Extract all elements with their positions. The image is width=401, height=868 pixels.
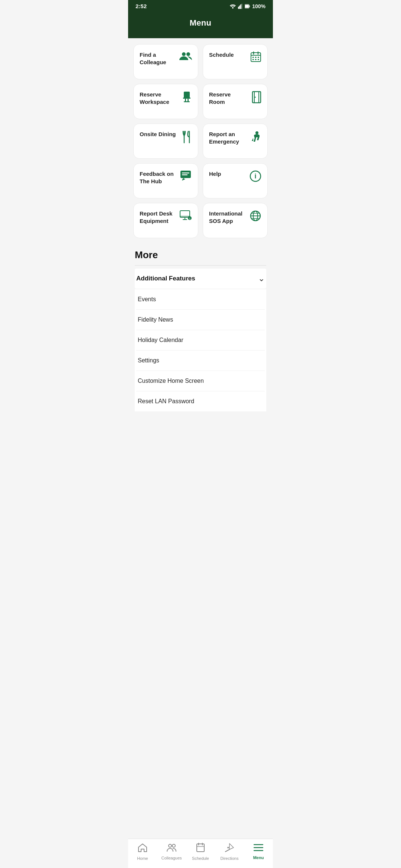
status-bar: 2:52 100% (128, 0, 273, 12)
status-time: 2:52 (136, 3, 147, 9)
onsite-dining-label: Onsite Dining (140, 131, 182, 138)
svg-rect-6 (250, 5, 250, 7)
more-divider (135, 265, 266, 266)
help-card[interactable]: Help i (203, 163, 268, 198)
svg-line-55 (225, 849, 229, 852)
svg-point-48 (169, 844, 172, 847)
status-icons: 100% (230, 3, 265, 9)
menu-grid-3: Onsite Dining Report anEmergency (133, 124, 268, 159)
nav-menu[interactable]: Menu (244, 844, 273, 860)
svg-rect-33 (182, 172, 189, 174)
chevron-down-icon: ⌄ (258, 274, 265, 283)
nav-directions[interactable]: Directions (215, 843, 244, 861)
svg-point-9 (186, 52, 190, 56)
find-colleague-label: Find aColleague (140, 51, 179, 66)
svg-rect-21 (183, 98, 190, 99)
svg-marker-54 (228, 844, 234, 849)
nav-colleagues[interactable]: Colleagues (157, 843, 186, 860)
additional-features-header[interactable]: Additional Features ⌄ (135, 269, 266, 289)
svg-rect-1 (238, 7, 239, 9)
international-sos-card[interactable]: InternationalSOS App (203, 203, 268, 238)
colleagues-nav-label: Colleagues (161, 856, 182, 860)
svg-rect-20 (184, 92, 190, 98)
more-label: More (135, 246, 266, 265)
svg-point-27 (255, 97, 256, 98)
report-desk-card[interactable]: Report DeskEquipment ! (133, 203, 198, 238)
help-label: Help (209, 170, 250, 178)
international-sos-label: InternationalSOS App (209, 210, 250, 224)
directions-nav-icon (225, 843, 234, 855)
holiday-calendar-item[interactable]: Holiday Calendar (136, 330, 265, 351)
fidelity-news-item[interactable]: Fidelity News (136, 310, 265, 330)
svg-point-0 (232, 7, 234, 9)
schedule-nav-icon (196, 843, 205, 855)
svg-point-31 (255, 131, 258, 134)
svg-rect-14 (252, 57, 254, 58)
schedule-label: Schedule (209, 51, 250, 59)
feedback-hub-label: Feedback onThe Hub (140, 170, 180, 185)
menu-nav-label: Menu (253, 855, 264, 860)
settings-item[interactable]: Settings (136, 351, 265, 371)
workspace-icon (182, 91, 192, 103)
svg-rect-7 (245, 5, 249, 8)
svg-rect-18 (255, 59, 257, 60)
battery-percent: 100% (252, 3, 265, 9)
schedule-icon (250, 51, 261, 62)
report-desk-label: Report DeskEquipment (140, 210, 179, 224)
page-title: Menu (136, 18, 265, 28)
svg-point-8 (182, 52, 186, 56)
svg-rect-34 (182, 174, 188, 175)
menu-grid-4: Feedback onThe Hub Help i (133, 163, 268, 198)
menu-nav-icon (254, 844, 263, 854)
reserve-room-label: ReserveRoom (209, 91, 252, 105)
menu-content: Find aColleague Schedule (128, 38, 273, 450)
home-nav-label: Home (137, 856, 148, 861)
emergency-icon (250, 131, 261, 143)
more-section: More Additional Features ⌄ Events Fideli… (133, 243, 268, 413)
svg-rect-50 (197, 844, 204, 852)
svg-rect-16 (258, 57, 259, 58)
additional-features-list: Events Fidelity News Holiday Calendar Se… (135, 289, 266, 411)
home-icon (138, 843, 147, 855)
reserve-workspace-label: ReserveWorkspace (140, 91, 182, 105)
svg-rect-3 (240, 4, 241, 9)
nav-schedule[interactable]: Schedule (186, 843, 215, 861)
globe-icon (250, 210, 261, 222)
svg-rect-19 (258, 59, 259, 60)
svg-rect-25 (252, 92, 261, 103)
feedback-hub-card[interactable]: Feedback onThe Hub (133, 163, 198, 198)
svg-rect-24 (184, 101, 190, 102)
colleagues-icon (179, 51, 192, 61)
directions-nav-label: Directions (221, 856, 239, 861)
events-item[interactable]: Events (136, 289, 265, 310)
dining-icon (182, 131, 192, 143)
nav-home[interactable]: Home (128, 843, 157, 861)
svg-rect-4 (241, 4, 242, 9)
svg-rect-2 (239, 6, 240, 9)
svg-rect-17 (252, 59, 254, 60)
reserve-workspace-card[interactable]: ReserveWorkspace (133, 84, 198, 119)
reset-lan-item[interactable]: Reset LAN Password (136, 391, 265, 411)
svg-rect-15 (255, 57, 257, 58)
feedback-icon (180, 170, 192, 181)
bottom-nav: Home Colleagues Schedule (128, 839, 273, 868)
help-icon: i (250, 170, 261, 182)
customize-home-item[interactable]: Customize Home Screen (136, 371, 265, 391)
find-colleague-card[interactable]: Find aColleague (133, 44, 198, 79)
svg-text:i: i (254, 172, 256, 180)
schedule-card[interactable]: Schedule (203, 44, 268, 79)
desk-icon: ! (179, 210, 192, 221)
colleagues-nav-icon (167, 843, 176, 854)
svg-point-49 (172, 844, 175, 847)
reserve-room-card[interactable]: ReserveRoom (203, 84, 268, 119)
additional-features-label: Additional Features (136, 275, 195, 282)
onsite-dining-card[interactable]: Onsite Dining (133, 124, 198, 159)
menu-grid-2: ReserveWorkspace ReserveRoom (133, 84, 268, 119)
report-emergency-label: Report anEmergency (209, 131, 250, 145)
report-emergency-card[interactable]: Report anEmergency (203, 124, 268, 159)
battery-icon (245, 4, 250, 9)
schedule-nav-label: Schedule (192, 856, 209, 861)
wifi-icon (230, 4, 236, 9)
menu-grid-1: Find aColleague Schedule (133, 44, 268, 79)
room-icon (252, 91, 261, 103)
